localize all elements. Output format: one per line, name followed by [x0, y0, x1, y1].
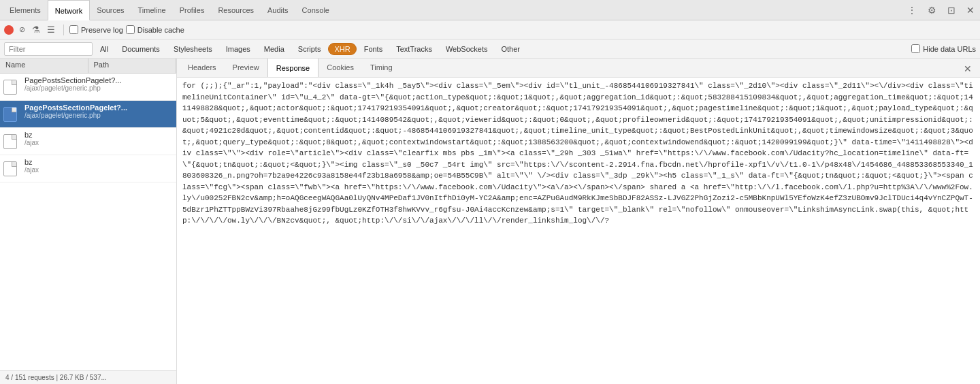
request-name: bz: [24, 131, 172, 139]
request-info: PagePostsSectionPagelet?... /ajax/pagele…: [20, 74, 176, 100]
filter-tabs-bar: All Documents Stylesheets Images Media S…: [0, 39, 980, 59]
file-icon: [3, 80, 17, 95]
file-icon-wrapper: [0, 74, 20, 100]
request-path: /ajax: [24, 139, 172, 146]
request-path: /ajax: [24, 166, 172, 174]
request-name: PagePostsSectionPagelet?...: [24, 103, 172, 112]
tab-timeline[interactable]: Timeline: [131, 0, 173, 20]
request-path: /ajax/pagelet/generic.php: [24, 112, 172, 119]
tab-preview[interactable]: Preview: [225, 59, 267, 77]
tab-sources[interactable]: Sources: [90, 0, 131, 20]
file-icon: [3, 107, 17, 122]
close-detail-button[interactable]: ✕: [958, 61, 977, 77]
list-view-icon[interactable]: ☰: [44, 23, 58, 36]
hide-data-urls-checkbox[interactable]: Hide data URLs: [911, 44, 976, 53]
file-icon: [3, 161, 17, 176]
filter-other[interactable]: Other: [495, 43, 527, 55]
header-name: Name: [0, 59, 88, 73]
request-path: /ajax/pagelet/generic.php: [24, 84, 172, 92]
file-icon-wrapper: [0, 155, 20, 182]
close-devtools-icon[interactable]: ✕: [964, 3, 977, 17]
record-button[interactable]: [4, 25, 14, 35]
devtools-toolbar-right: ⋮ ⚙ ⊡ ✕: [904, 3, 977, 17]
filter-texttracks[interactable]: TextTracks: [390, 43, 438, 55]
request-info: PagePostsSectionPagelet?... /ajax/pagele…: [20, 101, 176, 127]
toolbar-divider: [63, 25, 64, 35]
request-item[interactable]: PagePostsSectionPagelet?... /ajax/pagele…: [0, 101, 176, 128]
stop-icon[interactable]: ⊘: [16, 24, 28, 35]
requests-status-text: 4 / 151 requests | 26.7 KB / 537...: [5, 374, 107, 381]
tab-profiles[interactable]: Profiles: [173, 0, 212, 20]
tab-elements[interactable]: Elements: [3, 0, 48, 20]
filter-input[interactable]: [4, 42, 93, 56]
requests-panel: Name Path PagePostsSectionPagelet?... /a…: [0, 59, 177, 384]
detail-tabs-bar: Headers Preview Response Cookies Timing …: [177, 59, 980, 78]
filter-all[interactable]: All: [94, 43, 114, 55]
main-area: Name Path PagePostsSectionPagelet?... /a…: [0, 59, 980, 384]
tab-response[interactable]: Response: [267, 59, 319, 77]
request-item[interactable]: PagePostsSectionPagelet?... /ajax/pagele…: [0, 74, 176, 101]
devtools-tab-bar: Elements Network Sources Timeline Profil…: [0, 0, 980, 20]
filter-icon[interactable]: ⚗: [31, 23, 42, 36]
file-icon: [3, 134, 17, 149]
filter-documents[interactable]: Documents: [116, 43, 166, 55]
preserve-log-checkbox[interactable]: Preserve log: [69, 25, 123, 34]
request-item[interactable]: bz /ajax: [0, 155, 176, 182]
file-icon-wrapper: [0, 128, 20, 155]
tab-network[interactable]: Network: [48, 0, 90, 20]
tab-resources[interactable]: Resources: [211, 0, 261, 20]
tab-console[interactable]: Console: [295, 0, 336, 20]
request-name: bz: [24, 158, 172, 166]
request-info: bz /ajax: [20, 155, 176, 182]
tab-cookies[interactable]: Cookies: [318, 59, 362, 77]
requests-header: Name Path: [0, 59, 176, 74]
dock-icon[interactable]: ⋮: [904, 3, 919, 17]
filter-fonts[interactable]: Fonts: [358, 43, 389, 55]
request-info: bz /ajax: [20, 128, 176, 155]
header-path: Path: [88, 59, 177, 73]
filter-xhr[interactable]: XHR: [328, 43, 356, 55]
requests-status-bar: 4 / 151 requests | 26.7 KB / 537...: [0, 370, 176, 384]
request-name: PagePostsSectionPagelet?...: [24, 76, 172, 84]
response-content: for (;;);{"_ar":1,"payload":"<div class=…: [177, 78, 980, 384]
settings-icon[interactable]: ⚙: [925, 3, 939, 17]
filter-websockets[interactable]: WebSockets: [440, 43, 494, 55]
filter-images[interactable]: Images: [220, 43, 257, 55]
filter-scripts[interactable]: Scripts: [292, 43, 327, 55]
network-toolbar: ⊘ ⚗ ☰ Preserve log Disable cache: [0, 20, 980, 39]
filter-tabs-right: Hide data URLs: [911, 44, 976, 53]
tab-timing[interactable]: Timing: [362, 59, 401, 77]
file-icon-wrapper: [0, 101, 20, 127]
filter-stylesheets[interactable]: Stylesheets: [167, 43, 218, 55]
tab-audits[interactable]: Audits: [261, 0, 295, 20]
detail-panel: Headers Preview Response Cookies Timing …: [177, 59, 980, 384]
disable-cache-checkbox[interactable]: Disable cache: [126, 25, 184, 34]
tab-headers[interactable]: Headers: [180, 59, 225, 77]
undock-icon[interactable]: ⊡: [945, 3, 958, 17]
filter-media[interactable]: Media: [258, 43, 291, 55]
request-item[interactable]: bz /ajax: [0, 128, 176, 155]
